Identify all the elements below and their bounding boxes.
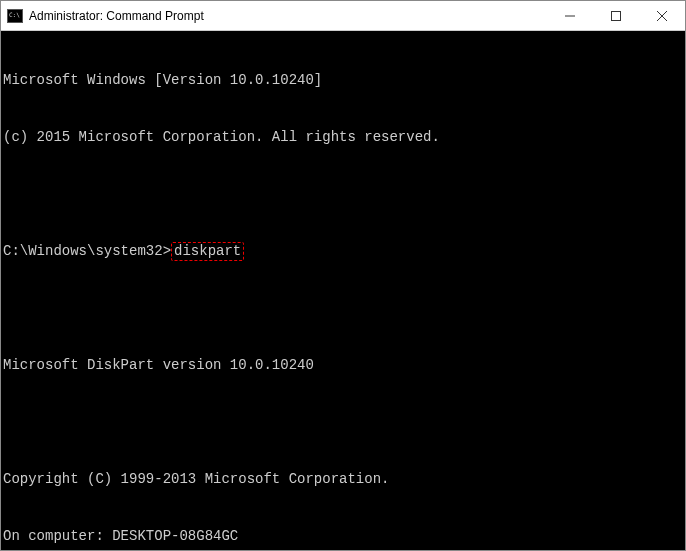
- close-icon: [657, 11, 667, 21]
- output-line: On computer: DESKTOP-08G84GC: [3, 527, 683, 546]
- blank-line: [3, 413, 683, 432]
- output-line: Copyright (C) 1999-2013 Microsoft Corpor…: [3, 470, 683, 489]
- window-title: Administrator: Command Prompt: [29, 9, 204, 23]
- blank-line: [3, 185, 683, 204]
- output-line: Microsoft Windows [Version 10.0.10240]: [3, 71, 683, 90]
- command-prompt-window: Administrator: Command Prompt Microsoft …: [0, 0, 686, 551]
- prompt-line: C:\Windows\system32>diskpart: [3, 242, 683, 261]
- blank-line: [3, 299, 683, 318]
- command-diskpart: diskpart: [171, 242, 244, 261]
- cmd-icon: [7, 9, 23, 23]
- minimize-icon: [565, 11, 575, 21]
- output-line: (c) 2015 Microsoft Corporation. All righ…: [3, 128, 683, 147]
- terminal-output[interactable]: Microsoft Windows [Version 10.0.10240] (…: [1, 31, 685, 550]
- close-button[interactable]: [639, 1, 685, 30]
- prompt: C:\Windows\system32>: [3, 243, 171, 259]
- minimize-button[interactable]: [547, 1, 593, 30]
- output-line: Microsoft DiskPart version 10.0.10240: [3, 356, 683, 375]
- titlebar-buttons: [547, 1, 685, 30]
- svg-rect-1: [612, 11, 621, 20]
- titlebar-left: Administrator: Command Prompt: [1, 9, 204, 23]
- maximize-icon: [611, 11, 621, 21]
- maximize-button[interactable]: [593, 1, 639, 30]
- titlebar[interactable]: Administrator: Command Prompt: [1, 1, 685, 31]
